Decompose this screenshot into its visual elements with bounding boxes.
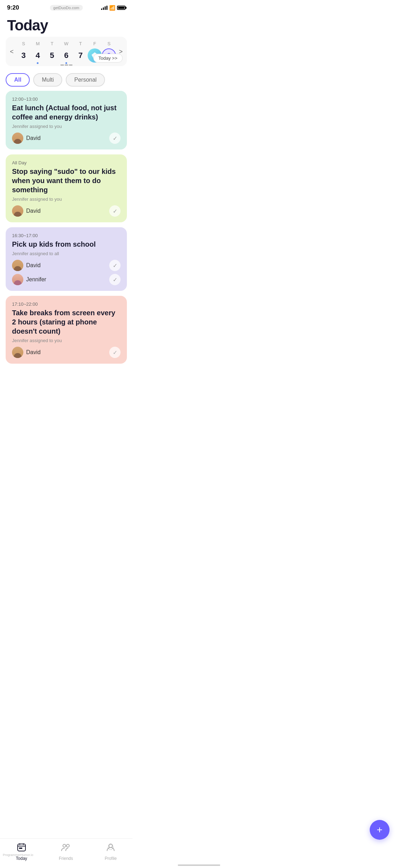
task-assignee-row-david-1: David ✓	[12, 133, 121, 144]
calendar-date-3[interactable]: 3	[17, 48, 31, 63]
calendar-date-7[interactable]: 7	[74, 48, 88, 63]
task-assignee-row-jennifer-3: Jennifer ✓	[12, 274, 121, 285]
header-mon: M	[31, 41, 45, 46]
header-thu: T	[74, 41, 88, 46]
task-assigned-1: Jennifer assigned to you	[12, 124, 121, 129]
calendar-date-4[interactable]: 4	[31, 48, 45, 63]
check-button-david-3[interactable]: ✓	[109, 260, 121, 271]
page-title: Today	[7, 17, 125, 34]
avatar-david-4	[12, 347, 23, 358]
filter-tab-multi[interactable]: Multi	[33, 73, 62, 87]
page-header: Today	[0, 13, 133, 37]
check-button-david-4[interactable]: ✓	[109, 347, 121, 358]
assignee-info-david-3: David	[12, 260, 41, 271]
check-button-david-1[interactable]: ✓	[109, 133, 121, 144]
assignee-name-david-2: David	[26, 208, 41, 214]
task-card-1: 12:00~13:00 Eat lunch (Actual food, not …	[6, 91, 127, 149]
header-sun: S	[17, 41, 31, 46]
assignee-name-jennifer-3: Jennifer	[26, 276, 46, 283]
wifi-icon: 📶	[109, 5, 115, 11]
assignee-name-david-1: David	[26, 135, 41, 141]
check-button-david-2[interactable]: ✓	[109, 205, 121, 217]
filter-tab-personal[interactable]: Personal	[66, 73, 105, 87]
task-time-1: 12:00~13:00	[12, 96, 121, 102]
calendar-date-5[interactable]: 5	[45, 48, 59, 63]
task-title-1: Eat lunch (Actual food, not just coffee …	[12, 103, 121, 122]
today-button[interactable]: Today >>	[93, 54, 123, 63]
status-bar: 9:20 getDuoDo.com 📶	[0, 0, 133, 13]
task-assignee-row-david-3: David ✓	[12, 260, 121, 271]
signal-icon	[101, 6, 107, 10]
task-time-4: 17:10~22:00	[12, 301, 121, 307]
calendar-date-6[interactable]: 6	[59, 48, 74, 63]
task-title-4: Take breaks from screen every 2 hours (s…	[12, 308, 121, 336]
task-time-3: 16:30~17:00	[12, 233, 121, 238]
date-dot-4	[37, 62, 39, 64]
assignee-name-david-3: David	[26, 262, 41, 269]
status-time: 9:20	[7, 4, 19, 11]
task-assignee-row-david-2: David ✓	[12, 205, 121, 217]
avatar-jennifer-3	[12, 274, 23, 285]
header-sat: S	[102, 41, 116, 46]
status-icons: 📶	[101, 5, 125, 11]
task-assigned-4: Jennifer assigned to you	[12, 338, 121, 343]
calendar-prev-arrow[interactable]: <	[7, 48, 17, 55]
tasks-container: 12:00~13:00 Eat lunch (Actual food, not …	[0, 91, 133, 399]
avatar-david-2	[12, 205, 23, 217]
task-card-4: 17:10~22:00 Take breaks from screen ever…	[6, 296, 127, 364]
task-title-3: Pick up kids from school	[12, 240, 121, 249]
calendar-headers: S M T W T F S	[17, 41, 116, 46]
check-button-jennifer-3[interactable]: ✓	[109, 274, 121, 285]
filter-tab-all[interactable]: All	[6, 73, 30, 87]
assignee-info-david-4: David	[12, 347, 41, 358]
avatar-david-3	[12, 260, 23, 271]
assignee-info-jennifer-3: Jennifer	[12, 274, 46, 285]
header-fri: F	[88, 41, 102, 46]
filter-tabs: All Multi Personal	[0, 70, 133, 91]
task-card-3: 16:30~17:00 Pick up kids from school Jen…	[6, 227, 127, 291]
status-url: getDuoDo.com	[50, 5, 83, 11]
avatar-david-1	[12, 133, 23, 144]
task-assignee-row-david-4: David ✓	[12, 347, 121, 358]
task-assigned-2: Jennifer assigned to you	[12, 197, 121, 202]
calendar: < S M T W T F S 3 4	[6, 37, 127, 66]
assignee-info-david-1: David	[12, 133, 41, 144]
header-tue: T	[45, 41, 59, 46]
task-assignees-3: David ✓ Jennifer ✓	[12, 260, 121, 285]
battery-icon	[117, 6, 125, 10]
task-assignees-2: David ✓	[12, 205, 121, 217]
task-time-2: All Day	[12, 160, 121, 165]
task-title-2: Stop saying "sudo" to our kids when you …	[12, 167, 121, 194]
task-assignees-4: David ✓	[12, 347, 121, 358]
task-assigned-3: Jennifer assigned to all	[12, 251, 121, 256]
assignee-info-david-2: David	[12, 205, 41, 217]
assignee-name-david-4: David	[26, 349, 41, 356]
header-wed: W	[59, 41, 74, 46]
task-card-2: All Day Stop saying "sudo" to our kids w…	[6, 154, 127, 222]
date-dot-6	[65, 62, 67, 64]
task-assignees-1: David ✓	[12, 133, 121, 144]
